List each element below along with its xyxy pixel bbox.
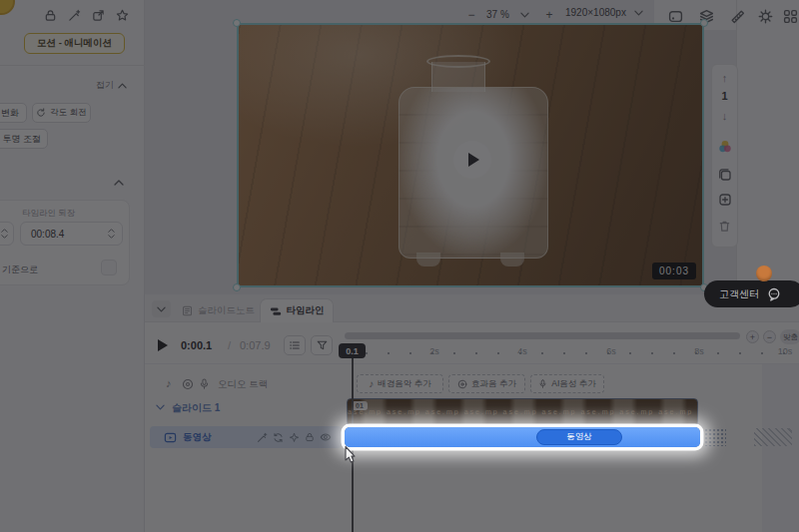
adjust-icon[interactable] (755, 6, 775, 26)
timeline-exit-spinner[interactable]: 00:08.4 (20, 222, 123, 246)
section-collapse-chevron[interactable] (110, 176, 128, 190)
total-time: 0:07.9 (240, 339, 271, 351)
jar-foot (500, 253, 524, 266)
move-down-icon[interactable]: ↓ (715, 108, 734, 124)
timeline-zoom-in-button[interactable]: + (746, 330, 759, 343)
ruler-label: 6s (601, 346, 621, 356)
baseline-label: 기준으로 (0, 264, 38, 276)
help-center-button[interactable]: 고객센터 (704, 280, 799, 307)
color-tool-icon[interactable] (715, 138, 734, 156)
notes-icon (182, 305, 193, 316)
timeline-zoom-out-button[interactable]: − (763, 330, 776, 343)
ruler-ticks (356, 351, 791, 355)
timeline-scrollbar[interactable] (345, 332, 740, 339)
disc-icon (181, 377, 194, 390)
clip-number-badge: 01 (352, 401, 368, 410)
tab-slide-notes[interactable]: 슬라이드노트 (182, 300, 255, 320)
add-bgm-label: 배경음악 추가 (378, 378, 430, 390)
magic-pen-icon[interactable] (64, 5, 84, 25)
ruler-label: 10s (775, 346, 795, 356)
slide-label[interactable]: 슬라이드 1 (172, 401, 220, 415)
chevron-down-icon (157, 306, 166, 312)
sync-icon[interactable] (270, 432, 286, 443)
lock-icon[interactable] (302, 432, 318, 442)
playhead-badge[interactable]: 0.1 (339, 343, 366, 358)
slide-collapse-chevron[interactable] (156, 404, 165, 410)
timeline-enter-spinner[interactable] (0, 222, 14, 246)
video-bar-label-pill[interactable]: 동영상 (536, 429, 622, 445)
apps-grid-icon[interactable] (780, 6, 799, 26)
zoom-out-button[interactable]: − (463, 6, 479, 24)
trash-icon[interactable] (715, 217, 734, 235)
canvas-size-value: 1920×1080px (565, 7, 626, 18)
collapse-toggle[interactable]: 접기 (96, 79, 127, 92)
star-icon[interactable] (112, 5, 132, 25)
animate-icon[interactable] (254, 432, 270, 443)
ruler-label: 2s (424, 346, 444, 356)
timeline-exit-value: 00:08.4 (31, 229, 64, 240)
zoom-dropdown-chevron[interactable] (520, 12, 529, 18)
zoom-in-button[interactable]: + (541, 6, 557, 24)
selection-handle[interactable] (233, 19, 241, 27)
chat-bubble-icon (767, 287, 781, 301)
add-bgm-button[interactable]: ♪ 배경음악 추가 (357, 374, 443, 393)
add-ai-voice-button[interactable]: AI음성 추가 (530, 374, 604, 393)
tab-timeline[interactable]: 타임라인 (260, 298, 334, 322)
opacity-button[interactable]: 투명 조절 (0, 129, 48, 149)
rotate-icon (36, 108, 46, 118)
chevron-down-icon (634, 10, 643, 16)
selection-handle[interactable] (233, 283, 241, 291)
fit-button[interactable]: 맞춤 (780, 329, 799, 344)
timeline-exit-label: 타임라인 퇴장 (22, 208, 75, 220)
mouse-cursor (344, 445, 358, 465)
change-button[interactable]: 변화 (0, 103, 27, 123)
angle-rotate-button[interactable]: 각도 회전 (32, 103, 91, 123)
track-list-button[interactable] (284, 335, 306, 355)
funnel-icon (317, 340, 328, 351)
baseline-checkbox[interactable] (101, 260, 117, 275)
eye-icon[interactable] (318, 431, 334, 443)
clip-extension-dots (704, 428, 726, 446)
zoom-level: 37 % (486, 9, 509, 20)
ruler-label: 8s (689, 346, 709, 356)
layer-order-value: 1 (715, 90, 734, 102)
divider (145, 363, 799, 364)
video-preview[interactable]: 00:03 (237, 23, 704, 287)
add-frame-icon[interactable] (715, 191, 734, 209)
move-up-icon[interactable]: ↑ (715, 70, 734, 86)
video-track-row[interactable]: 동영상 (150, 426, 342, 448)
add-sfx-button[interactable]: 효과음 추가 (448, 374, 525, 393)
filter-button[interactable] (311, 335, 333, 355)
audio-track-label: 오디오 트랙 (218, 378, 268, 391)
play-overlay-button[interactable] (453, 141, 491, 179)
ruler-icon[interactable] (727, 6, 747, 26)
ruler-label: 4s (512, 346, 532, 356)
help-notification-badge (756, 266, 772, 281)
video-bar-highlighted[interactable]: 동영상 (345, 427, 700, 447)
export-icon[interactable] (88, 5, 108, 25)
track-label: 동영상 (183, 431, 212, 444)
spinner-arrows[interactable] (1, 229, 8, 239)
video-clip-filmstrip[interactable]: ase.mp ase.mp ase.mp ase.mp ase.mp ase.m… (347, 398, 698, 426)
collapse-label: 접기 (96, 79, 114, 92)
disc-icon (457, 379, 467, 389)
music-note-icon: ♪ (369, 378, 374, 389)
video-icon (164, 431, 177, 444)
spinner-arrows[interactable] (108, 229, 115, 239)
chevron-up-icon (114, 180, 124, 186)
lock-icon[interactable] (40, 5, 60, 25)
tabs-collapse-button[interactable] (152, 300, 171, 317)
motion-animation-button[interactable]: 모션 - 애니메이션 (24, 33, 125, 54)
timeline-play-button[interactable] (155, 337, 171, 353)
divider (0, 65, 145, 66)
app-window: 모션 - 애니메이션 접기 변화 각도 회전 투명 조절 타임라인 퇴장 00:… (0, 0, 799, 532)
selection-handle[interactable] (700, 19, 708, 27)
duplicate-icon[interactable] (715, 166, 734, 184)
canvas-size-dropdown[interactable]: 1920×1080px (565, 7, 643, 18)
time-separator: / (228, 339, 231, 351)
add-ai-voice-label: AI음성 추가 (551, 378, 595, 390)
tab-timeline-label: 타임라인 (287, 304, 325, 317)
mic-icon (198, 376, 211, 390)
effect-sparkle-icon[interactable] (286, 432, 302, 443)
timeline-end-zone (762, 364, 799, 532)
